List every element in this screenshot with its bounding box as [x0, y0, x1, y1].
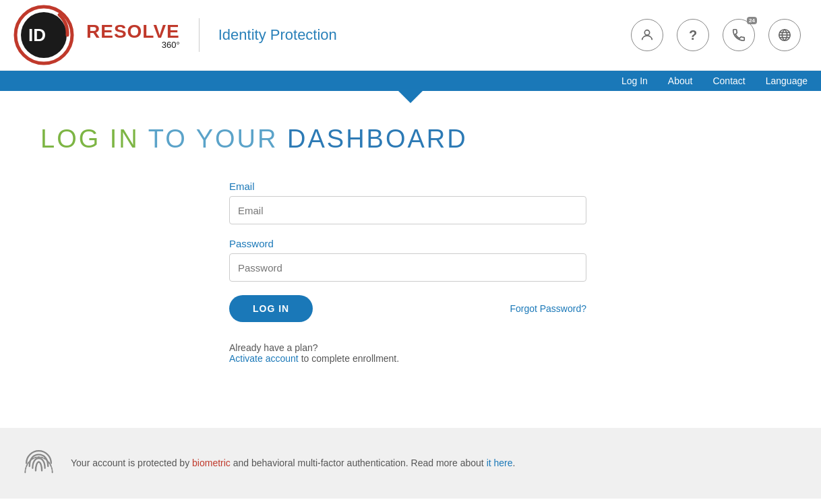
- nav-links: Log In About Contact Language: [621, 75, 808, 87]
- header-divider: [199, 18, 200, 52]
- email-input[interactable]: [229, 196, 586, 224]
- nav-login-link[interactable]: Log In: [621, 75, 648, 86]
- brand-text: RESOLVE 360°: [86, 21, 180, 50]
- login-form: Email Password LOG IN Forgot Password? A…: [229, 181, 593, 364]
- question-icon: ?: [677, 19, 709, 51]
- nav-item-contact[interactable]: Contact: [712, 75, 745, 87]
- nav-item-about[interactable]: About: [668, 75, 693, 87]
- already-plan-text: Already have a plan?: [229, 342, 593, 353]
- nav-about-link[interactable]: About: [668, 75, 693, 86]
- form-actions: LOG IN Forgot Password?: [229, 295, 586, 322]
- tagline: Identity Protection: [218, 26, 337, 44]
- header-actions: ? 24: [631, 19, 801, 51]
- footer-text: Your account is protected by biometric a…: [71, 456, 515, 470]
- globe-icon: [768, 19, 801, 51]
- navigation-bar: Log In About Contact Language: [0, 71, 821, 91]
- fingerprint-icon: [20, 445, 57, 482]
- password-label: Password: [229, 238, 593, 249]
- svg-text:ID: ID: [28, 25, 46, 45]
- phone-icon: 24: [723, 19, 755, 51]
- password-input[interactable]: [229, 253, 586, 282]
- nav-item-login[interactable]: Log In: [621, 75, 648, 87]
- title-part1: LOG: [40, 125, 110, 153]
- footer-text-middle: and behavioral multi-factor authenticati…: [231, 458, 487, 468]
- header-left: ID RESOLVE 360° Identity Protection: [13, 5, 337, 65]
- svg-point-3: [644, 30, 649, 35]
- page-title: LOG IN TO YOUR DASHBOARD: [40, 125, 821, 154]
- email-group: Email: [229, 181, 593, 224]
- footer-text-end: .: [513, 458, 516, 468]
- contact-icon-button[interactable]: 24: [723, 19, 755, 51]
- site-footer: Your account is protected by biometric a…: [0, 428, 821, 499]
- here-link[interactable]: it here: [487, 458, 513, 468]
- password-group: Password: [229, 238, 593, 282]
- user-icon: [631, 19, 663, 51]
- biometric-link[interactable]: biometric: [192, 458, 231, 468]
- forgot-password-link[interactable]: Forgot Password?: [510, 303, 586, 314]
- login-button[interactable]: LOG IN: [229, 295, 313, 322]
- footer-text-before: Your account is protected by: [71, 458, 192, 468]
- login-icon-button[interactable]: [631, 19, 663, 51]
- nav-item-language[interactable]: Language: [766, 75, 808, 87]
- nav-language-link[interactable]: Language: [766, 75, 808, 86]
- about-icon-button[interactable]: ?: [677, 19, 709, 51]
- language-icon-button[interactable]: [768, 19, 801, 51]
- activate-account-link[interactable]: Activate account: [229, 353, 299, 364]
- site-header: ID RESOLVE 360° Identity Protection: [0, 0, 821, 71]
- nav-contact-link[interactable]: Contact: [712, 75, 745, 86]
- email-label: Email: [229, 181, 593, 192]
- logo: ID: [13, 5, 74, 65]
- main-content: LOG IN TO YOUR DASHBOARD Email Password …: [0, 91, 821, 428]
- already-plan-section: Already have a plan? Activate account to…: [229, 342, 593, 364]
- activate-text: to complete enrollment.: [301, 353, 400, 364]
- logo-icon: ID: [13, 5, 74, 65]
- brand-degree: 360°: [86, 40, 180, 50]
